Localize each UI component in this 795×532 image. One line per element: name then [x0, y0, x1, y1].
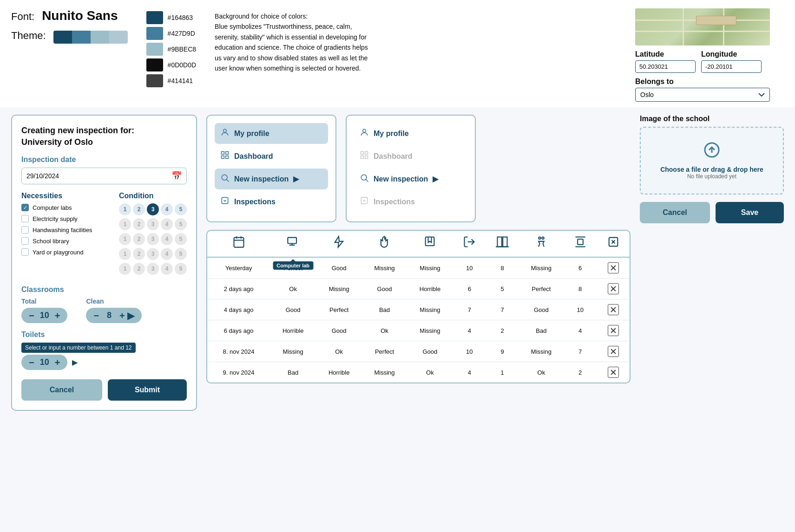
delete-button-5[interactable] [608, 367, 619, 378]
cond-btn-1-1[interactable]: 1 [119, 218, 131, 230]
cond-btn-4-4[interactable]: 4 [161, 263, 173, 275]
cell-3-date: 6 days ago [207, 320, 270, 341]
col-yard-header [564, 231, 597, 257]
cond-btn-3-5[interactable]: 5 [175, 248, 187, 260]
latitude-input[interactable] [635, 60, 696, 73]
nec-label-2: Handwashing facilities [33, 227, 92, 234]
cond-btn-0-3[interactable]: 3 [147, 203, 159, 215]
nav-item-inspections-active[interactable]: Inspections [215, 191, 328, 212]
classrooms-section: Classrooms Total − 10 + Clean − 8 + ▶ [21, 285, 187, 323]
nec-checkbox-0[interactable] [21, 204, 29, 211]
toilets-stepper: − 10 + [21, 355, 67, 370]
toilets-value: 10 [39, 357, 50, 367]
color-row-4: #0D0D0D [146, 58, 196, 71]
cond-btn-0-2[interactable]: 2 [133, 203, 145, 215]
delete-button-2[interactable] [608, 304, 619, 315]
cell-0-clean: 8 [486, 257, 519, 279]
nec-checkbox-1[interactable] [21, 215, 29, 222]
table-row: YesterdayPerfectGoodMissingMissing108Mis… [207, 257, 630, 279]
longitude-group: Longitude [701, 50, 762, 73]
cond-btn-4-1[interactable]: 1 [119, 263, 131, 275]
file-upload-box[interactable]: Choose a file or drag & drop here No fil… [640, 127, 784, 195]
newinspection-icon-active [220, 173, 230, 185]
cell-1-yard: 8 [564, 279, 597, 299]
nav-label-profile-inactive: My profile [374, 130, 409, 138]
svg-line-6 [227, 180, 229, 182]
longitude-label: Longitude [701, 50, 762, 58]
total-increment-button[interactable]: + [55, 311, 60, 320]
nec-checkbox-4[interactable] [21, 248, 29, 256]
bg-description: Background for choice of colors: Blue sy… [215, 11, 373, 73]
nav-item-dashboard-active[interactable]: Dashboard [215, 146, 328, 167]
cond-btn-3-4[interactable]: 4 [161, 248, 173, 260]
nav-item-newinspection-inactive[interactable]: New inspection ▶ [354, 169, 467, 189]
toilets-increment-button[interactable]: + [55, 358, 60, 367]
table-wrapper: Computer lab [207, 231, 630, 383]
cond-btn-4-5[interactable]: 5 [175, 263, 187, 275]
nav-item-newinspection-active[interactable]: New inspection ▶ [215, 169, 328, 189]
cond-row-0: 1 2 3 4 5 [119, 204, 187, 215]
cond-btn-2-5[interactable]: 5 [175, 233, 187, 245]
cond-btn-2-2[interactable]: 2 [133, 233, 145, 245]
cond-btn-4-2[interactable]: 2 [133, 263, 145, 275]
cond-btn-3-1[interactable]: 1 [119, 248, 131, 260]
clean-increment-button[interactable]: + ▶ [119, 311, 134, 320]
cond-btn-4-3[interactable]: 3 [147, 263, 159, 275]
cell-1-electricity: Missing [316, 279, 362, 299]
cond-row-3: 1 2 3 4 5 [119, 248, 187, 260]
nec-checkbox-3[interactable] [21, 237, 29, 245]
right-cancel-button[interactable]: Cancel [640, 202, 710, 223]
cond-btn-0-1[interactable]: 1 [119, 203, 131, 215]
cell-3-electricity: Good [316, 320, 362, 341]
form-submit-button[interactable]: Submit [108, 379, 187, 401]
svg-rect-2 [226, 152, 229, 155]
cond-btn-2-1[interactable]: 1 [119, 233, 131, 245]
necessities-header: Necessities [21, 192, 110, 200]
longitude-input[interactable] [701, 60, 762, 73]
delete-button-3[interactable] [608, 325, 619, 336]
cond-btn-0-5[interactable]: 5 [175, 203, 187, 215]
cond-btn-3-2[interactable]: 2 [133, 248, 145, 260]
delete-button-4[interactable] [608, 346, 619, 357]
form-cancel-button[interactable]: Cancel [21, 379, 102, 401]
font-theme-block: Font: Nunito Sans Theme: [11, 8, 128, 44]
newinspection-icon-inactive [360, 173, 369, 185]
cell-5-library: Ok [407, 362, 453, 383]
cond-btn-1-3[interactable]: 3 [147, 218, 159, 230]
cell-1-computer: Ok [270, 279, 316, 299]
yard-col-icon [567, 235, 593, 251]
total-decrement-button[interactable]: − [29, 311, 34, 320]
cell-0-yard: 6 [564, 257, 597, 279]
date-input[interactable] [26, 172, 171, 180]
delete-button-0[interactable] [608, 262, 619, 273]
calendar-icon[interactable]: 📅 [171, 171, 182, 181]
delete-button-1[interactable] [608, 283, 619, 294]
delete-col-icon [600, 235, 626, 251]
nec-checkbox-2[interactable] [21, 226, 29, 234]
cond-btn-1-5[interactable]: 5 [175, 218, 187, 230]
middle-area: My profile Dashboard New inspection ▶ [206, 115, 631, 411]
cond-btn-1-2[interactable]: 2 [133, 218, 145, 230]
cond-btn-1-4[interactable]: 4 [161, 218, 173, 230]
color-hex-2: #427D9D [168, 30, 195, 37]
cell-5-clean: 1 [486, 362, 519, 383]
inspection-table-section: Computer lab [206, 230, 631, 383]
nav-label-inspections-inactive: Inspections [374, 198, 415, 206]
clean-decrement-button[interactable]: − [93, 311, 99, 320]
col-computer-header: Computer lab [270, 231, 316, 257]
right-save-button[interactable]: Save [716, 202, 784, 223]
nav-item-profile-active[interactable]: My profile [215, 123, 328, 144]
calendar-col-icon [211, 235, 266, 251]
cond-btn-3-3[interactable]: 3 [147, 248, 159, 260]
cond-btn-2-3[interactable]: 3 [147, 233, 159, 245]
belongs-select[interactable]: Oslo Bergen Trondheim Stavanger [635, 88, 770, 102]
nav-item-profile-inactive[interactable]: My profile [354, 123, 467, 144]
nec-label-4: Yard or playground [33, 249, 84, 256]
cond-btn-2-4[interactable]: 4 [161, 233, 173, 245]
cell-1-handwashing: Good [362, 279, 407, 299]
toilets-decrement-button[interactable]: − [29, 358, 34, 367]
nav-label-newinspection-inactive: New inspection [374, 175, 428, 183]
cell-5-toilets: Ok [519, 362, 564, 383]
cond-btn-0-4[interactable]: 4 [161, 203, 173, 215]
right-panel: Image of the school Choose a file or dra… [640, 115, 784, 411]
